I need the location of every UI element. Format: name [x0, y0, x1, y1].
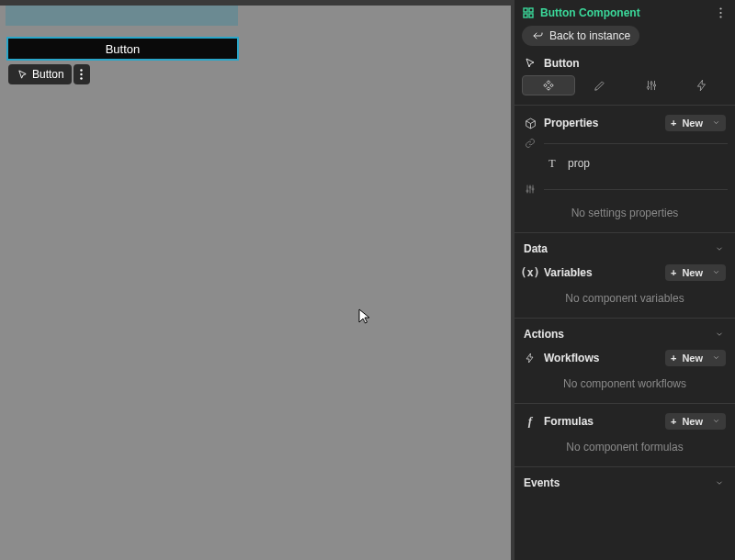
variables-new-label: New	[682, 267, 703, 278]
inspector-panel: Button Component Back to instance Button	[511, 0, 735, 560]
section-variables: (x) Variables + New No component variabl…	[514, 263, 735, 318]
svg-point-10	[647, 86, 649, 88]
section-events: Events	[514, 466, 735, 495]
panel-header: Button Component	[514, 0, 735, 22]
plus-icon: +	[671, 267, 676, 278]
section-properties: Properties + New T prop	[514, 105, 735, 232]
section-workflows-header[interactable]: Workflows + New	[522, 348, 728, 368]
svg-point-9	[719, 16, 721, 17]
canvas-button-text: Button	[106, 42, 141, 56]
section-formulas: f Formulas + New No component formulas	[514, 403, 735, 466]
chevron-down-icon	[712, 267, 720, 278]
chevron-down-icon	[713, 242, 726, 255]
workflows-new-button[interactable]: + New	[665, 350, 726, 366]
link-icon	[524, 137, 537, 150]
cursor-icon	[524, 57, 537, 70]
tab-interactions[interactable]	[677, 75, 729, 95]
svg-point-11	[650, 83, 652, 84]
properties-new-label: New	[682, 118, 703, 129]
panel-more-button[interactable]	[713, 6, 728, 20]
section-properties-title: Properties	[544, 117, 598, 129]
chevron-down-icon	[713, 476, 726, 489]
svg-rect-3	[524, 8, 527, 12]
svg-point-8	[719, 12, 721, 14]
section-workflows: Workflows + New No component workflows	[514, 348, 735, 403]
formula-icon: f	[524, 415, 537, 428]
section-actions: Actions	[514, 318, 735, 348]
plus-icon: +	[671, 353, 676, 364]
section-properties-header[interactable]: Properties + New	[522, 113, 728, 133]
section-formulas-title: Formulas	[544, 415, 594, 428]
svg-point-0	[81, 69, 83, 71]
formulas-empty: No component formulas	[522, 431, 728, 457]
property-name: prop	[568, 157, 590, 170]
section-variables-title: Variables	[544, 266, 593, 279]
chevron-down-icon	[713, 328, 726, 341]
svg-point-13	[526, 190, 528, 192]
canvas[interactable]: Button Button	[0, 0, 511, 560]
svg-point-12	[653, 84, 655, 86]
preview-placeholder	[6, 6, 238, 26]
chevron-down-icon	[712, 353, 720, 364]
sliders-icon	[524, 183, 537, 196]
selection-chip-label: Button	[32, 68, 64, 81]
properties-settings-subheader	[522, 174, 728, 197]
canvas-selection-toolbar: Button	[8, 64, 90, 84]
panel-title: Button Component	[522, 6, 640, 19]
section-events-header[interactable]: Events	[522, 475, 728, 491]
canvas-button-element[interactable]: Button	[8, 39, 237, 59]
variables-new-button[interactable]: + New	[665, 264, 726, 281]
section-data-title: Data	[524, 242, 548, 255]
tab-layout[interactable]	[522, 75, 575, 95]
selection-more-button[interactable]	[74, 64, 90, 84]
selected-element-row[interactable]: Button	[514, 53, 735, 75]
cube-icon	[524, 117, 537, 129]
variables-empty: No component variables	[522, 283, 728, 308]
section-actions-title: Actions	[524, 328, 564, 341]
chevron-down-icon	[712, 416, 720, 427]
variable-icon: (x)	[524, 266, 537, 279]
mouse-cursor	[358, 308, 371, 325]
svg-rect-5	[524, 14, 527, 17]
tab-settings[interactable]	[626, 75, 677, 95]
section-formulas-header[interactable]: f Formulas + New	[522, 411, 728, 431]
svg-point-15	[532, 188, 534, 190]
properties-attributes-subheader	[522, 133, 728, 151]
plus-icon: +	[671, 416, 676, 427]
workflows-empty: No component workflows	[522, 368, 728, 394]
svg-point-7	[719, 7, 721, 9]
section-data: Data	[514, 232, 735, 263]
svg-point-2	[81, 77, 83, 79]
chevron-down-icon	[712, 118, 720, 129]
svg-point-1	[81, 73, 83, 75]
settings-properties-empty: No settings properties	[522, 197, 728, 223]
back-to-instance-label: Back to instance	[549, 29, 630, 42]
back-arrow-icon	[531, 29, 544, 42]
section-variables-header[interactable]: (x) Variables + New	[522, 263, 728, 283]
selected-element-name: Button	[544, 57, 580, 70]
section-data-header[interactable]: Data	[522, 241, 728, 257]
svg-rect-4	[529, 8, 533, 12]
cursor-icon	[16, 68, 28, 81]
formulas-new-button[interactable]: + New	[665, 413, 726, 430]
text-type-icon: T	[546, 157, 559, 170]
section-actions-header[interactable]: Actions	[522, 326, 728, 342]
back-to-instance-button[interactable]: Back to instance	[522, 26, 639, 46]
inspector-tab-bar	[514, 75, 735, 105]
svg-rect-6	[529, 14, 533, 17]
property-row[interactable]: T prop	[522, 151, 728, 174]
selection-chip[interactable]: Button	[8, 64, 72, 84]
workflows-new-label: New	[682, 353, 703, 364]
tab-style[interactable]	[575, 75, 627, 95]
section-workflows-title: Workflows	[544, 352, 599, 364]
component-icon	[522, 6, 535, 19]
panel-title-text: Button Component	[540, 6, 640, 19]
svg-point-14	[529, 186, 531, 188]
plus-icon: +	[671, 118, 676, 129]
properties-new-button[interactable]: + New	[665, 115, 726, 131]
bolt-icon	[524, 352, 537, 364]
formulas-new-label: New	[682, 416, 703, 427]
section-events-title: Events	[524, 476, 560, 489]
